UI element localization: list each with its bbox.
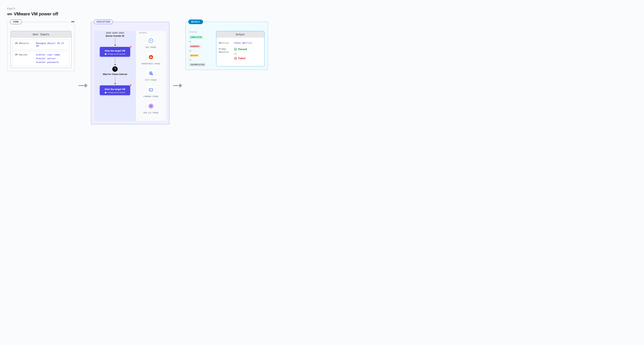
step-title: Start the target VM [102,88,128,90]
or-separator: OR [189,41,212,43]
probe-item-prometheus: PROMETHEUS PROBE [139,53,163,65]
passed-label: Passed [238,48,247,51]
passed-indicator: Passed [234,48,247,51]
vmware-badge-icon: vm [70,19,76,24]
table-header: User Inputs [11,31,71,38]
vmware-logo-icon: vm [7,12,12,16]
title-text: VMware VM power off [14,11,58,16]
status-badge-errored: ERRORED [189,45,201,48]
svg-point-1 [150,40,151,41]
output-header: Output [216,31,264,37]
derive-step: XXXX-XXXX-XXXX Derive Vcenter ID [106,32,124,37]
row-value: Vcenter user name Vcenter server Vcenter… [36,53,67,63]
output-value: chaos metrics [234,41,262,44]
privilege-note: Privilege access required [102,53,128,55]
failed-label: Failed [238,57,245,60]
table-row: VM Secret Vcenter user name Vcenter serv… [12,51,70,66]
row-value: Managed Object ID of VM [36,42,67,47]
corner-accent-icon [129,45,132,48]
status-badge-completed: COMPLETED [189,36,203,39]
or-separator: OR [189,59,212,61]
kubernetes-icon [147,36,155,45]
category-label: Fault [7,7,637,10]
probes-column: PROBES K8S PROBE PROMETHEUS PROBE [136,31,166,121]
probe-label: HTTP PROBE [139,79,163,81]
tune-panel: TUNE vm User Inputs VM Details Managed O… [7,22,75,71]
slo-check-icon [147,102,155,110]
or-separator: OR [234,53,247,55]
probe-item-k8s: K8S PROBE [139,36,163,49]
flow-arrow-icon [115,77,115,84]
terminal-icon [147,86,155,94]
flow-arrow-icon [115,58,115,65]
or-separator: OR [189,50,212,52]
page-header: Fault vm VMware VM power off [7,7,637,16]
arrow-right-icon [78,84,88,87]
wait-label: Wait for Chaos Interval [103,73,127,76]
vcenter-id-placeholder: XXXX-XXXX-XXXX [106,32,124,34]
row-key: VM Secret [15,53,34,63]
table-row: VM Details Managed Object ID of VM [12,39,70,49]
probes-label: PROBES [139,32,163,34]
probe-label: K8S PROBE [139,46,163,49]
status-badge-incompleted: INCOMPLETED [189,63,206,66]
flow-arrow-icon [115,38,115,46]
status-badge-queued: QUEUED [189,54,200,57]
probe-results-values: Passed OR Failed [234,48,247,60]
probe-label: SRM SLO PROBE [139,112,163,114]
privilege-note: Privilege access required [102,92,128,93]
globe-icon [147,69,155,77]
output-box: Output Metrics chaos metrics Probe Resul… [216,31,264,66]
value-line: Vcenter server [36,57,67,60]
output-key: Probe Results [219,48,232,60]
user-inputs-table: User Inputs VM Details Managed Object ID… [10,31,72,68]
status-label: STATUS [189,31,212,33]
row-key: VM Details [15,42,34,47]
x-circle-icon [234,57,237,60]
prometheus-icon [147,53,155,61]
status-column: STATUS COMPLETED OR ERRORED OR QUEUED OR… [189,31,212,66]
output-row-probe-results: Probe Results Passed OR Failed [219,46,262,61]
execution-panel: EXECUTION XXXX-XXXX-XXXX Derive Vcenter … [91,22,170,124]
diagram-canvas: TUNE vm User Inputs VM Details Managed O… [7,22,637,124]
arrow-right-icon [173,84,182,87]
probe-label: PROMETHEUS PROBE [139,63,163,65]
clock-icon [112,66,118,72]
page-title: vm VMware VM power off [7,11,637,16]
probe-label: COMMAND PROBE [139,95,163,98]
value-line: Vcenter password [36,61,67,63]
result-tag: RESULT [188,19,203,24]
step-title: Stop the target VM [102,49,128,52]
stop-vm-step: Stop the target VM Privilege access requ… [100,47,130,57]
probe-item-srm: SRM SLO PROBE [139,102,163,114]
execution-tag: EXECUTION [94,19,113,24]
output-row-metrics: Metrics chaos metrics [219,40,262,46]
probe-item-http: HTTP PROBE [139,69,163,81]
corner-accent-icon [129,84,132,86]
check-circle-icon [234,48,237,51]
execution-flow: XXXX-XXXX-XXXX Derive Vcenter ID Stop th… [94,31,136,121]
derive-label: Derive Vcenter ID [106,35,124,37]
probe-item-command: COMMAND PROBE [139,86,163,98]
wait-step: Wait for Chaos Interval [103,66,127,76]
svg-rect-4 [149,88,153,91]
failed-indicator: Failed [234,57,247,60]
start-vm-step: Start the target VM Privilege access req… [100,85,130,95]
tune-tag: TUNE [10,19,22,24]
output-key: Metrics [219,41,232,44]
result-panel: RESULT STATUS COMPLETED OR ERRORED OR QU… [186,22,268,70]
value-line: Vcenter user name [36,53,67,56]
